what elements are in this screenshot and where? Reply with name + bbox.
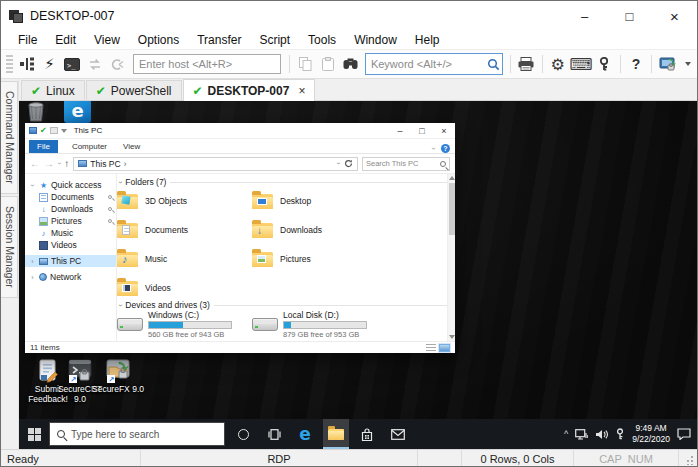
session-manager-icon[interactable] (17, 53, 38, 75)
folder-music[interactable]: ♪ Music (117, 247, 249, 274)
nav-music[interactable]: ♪ Music (25, 227, 116, 239)
hidden-icons-chevron-icon[interactable]: ^ (564, 429, 568, 439)
nav-pictures[interactable]: Pictures (25, 215, 116, 227)
session-options-gear-icon[interactable]: ⚙ (547, 53, 568, 75)
folder-videos[interactable]: Videos (117, 276, 249, 303)
copy-icon[interactable] (295, 53, 316, 75)
scroll-up-icon[interactable] (449, 176, 455, 180)
nav-videos[interactable]: Videos (25, 239, 116, 251)
cortana-button[interactable] (230, 419, 256, 449)
ribbon-tab-computer[interactable]: Computer (64, 140, 115, 153)
store-taskbar-button[interactable] (354, 419, 380, 449)
edge-taskbar-button[interactable]: e (292, 419, 318, 449)
breadcrumb[interactable]: This PC › › (73, 157, 358, 171)
ribbon-tab-file[interactable]: File (29, 140, 58, 153)
find-icon[interactable] (340, 53, 361, 75)
taskbar-search-input[interactable] (71, 429, 217, 440)
recent-locations-icon[interactable]: › (56, 162, 63, 164)
disconnect-icon[interactable] (107, 53, 128, 75)
task-view-button[interactable] (261, 419, 287, 449)
start-button[interactable] (19, 419, 49, 449)
expand-icon[interactable]: › (29, 258, 36, 265)
network-icon[interactable] (575, 429, 588, 440)
explorer-search-input[interactable] (366, 159, 440, 168)
nav-downloads[interactable]: ↓ Downloads (25, 203, 116, 215)
properties-icon[interactable]: ✔ (40, 127, 47, 134)
menu-edit[interactable]: Edit (46, 33, 85, 47)
menu-tools[interactable]: Tools (299, 33, 345, 47)
folder-desktop[interactable]: Desktop (252, 189, 384, 216)
scrollbar-thumb[interactable] (449, 183, 455, 235)
toolbar-grip[interactable] (6, 55, 13, 73)
ribbon-collapse-icon[interactable]: › (429, 147, 438, 150)
expand-icon[interactable]: › (29, 274, 36, 281)
menu-script[interactable]: Script (250, 33, 299, 47)
folder-pictures[interactable]: Pictures (252, 247, 384, 274)
tab-powershell[interactable]: ✔ PowerShell (86, 80, 182, 100)
ribbon-tab-view[interactable]: View (115, 140, 148, 153)
details-view-icon[interactable] (426, 344, 436, 352)
drive-d[interactable]: Local Disk (D:) 879 GB free of 953 GB (252, 310, 384, 339)
keymap-keyboard-icon[interactable]: ⌨ (570, 53, 592, 75)
up-icon[interactable]: ↑ (64, 158, 69, 169)
keyword-input[interactable] (371, 58, 487, 70)
edge-desktop-icon[interactable]: e (64, 101, 91, 123)
tab-close-icon[interactable]: × (298, 84, 305, 98)
drive-c[interactable]: Windows (C:) 560 GB free of 943 GB (117, 310, 249, 339)
explorer-help-icon[interactable]: ? (441, 144, 450, 153)
key-icon[interactable] (594, 53, 615, 75)
rdp-desktop[interactable]: e ✔ This PC – □ × (19, 101, 697, 449)
drives-section-header[interactable]: › Devices and drives (3) (119, 300, 451, 310)
menu-help[interactable]: Help (406, 33, 449, 47)
menu-file[interactable]: File (9, 33, 46, 47)
folder-downloads[interactable]: ↓ Downloads (252, 218, 384, 245)
file-explorer-taskbar-button[interactable] (323, 419, 349, 449)
refresh-icon[interactable] (344, 159, 353, 168)
help-icon[interactable]: ? (626, 53, 647, 75)
shortcut-securefx[interactable]: ↗ SecureFX 9.0 (91, 357, 145, 395)
back-icon[interactable]: ← (30, 158, 40, 169)
action-center-icon[interactable] (677, 428, 691, 440)
toolbar-overflow-icon[interactable] (685, 62, 691, 66)
collapse-icon[interactable]: › (117, 181, 124, 183)
rdp-session-icon[interactable] (657, 53, 678, 75)
tab-linux[interactable]: ✔ Linux (21, 80, 85, 100)
taskbar-clock[interactable]: 9:49 AM 9/22/2020 (632, 423, 670, 444)
qat-dropdown-icon[interactable] (61, 129, 67, 133)
folder-documents[interactable]: Documents (117, 218, 249, 245)
close-button[interactable]: × (652, 1, 697, 31)
command-manager-tab[interactable]: Command Manager (1, 81, 18, 194)
breadcrumb-item[interactable]: This PC (90, 159, 120, 169)
explorer-close-button[interactable]: × (433, 126, 455, 136)
explorer-scrollbar[interactable] (447, 174, 455, 341)
tab-desktop-007[interactable]: ✔ DESKTOP-007 × (183, 79, 316, 101)
address-dropdown-icon[interactable]: › (334, 162, 341, 164)
folder-3d-objects[interactable]: 3D Objects (117, 189, 249, 216)
resize-grip[interactable] (679, 450, 697, 467)
host-input[interactable] (133, 54, 281, 74)
menu-window[interactable]: Window (345, 33, 406, 47)
session-manager-tab[interactable]: Session Manager (1, 196, 18, 298)
forward-icon[interactable]: → (44, 158, 54, 169)
nav-documents[interactable]: Documents (25, 191, 116, 203)
nav-quick-access[interactable]: › ★ Quick access (25, 179, 116, 191)
maximize-button[interactable]: □ (607, 1, 652, 31)
local-shell-icon[interactable]: >_ (62, 53, 83, 75)
minimize-button[interactable]: – (562, 1, 607, 31)
collapse-icon[interactable]: › (117, 304, 124, 306)
tiles-view-icon[interactable] (439, 344, 450, 352)
menu-options[interactable]: Options (129, 33, 188, 47)
search-icon[interactable] (440, 161, 446, 167)
mail-taskbar-button[interactable] (385, 419, 411, 449)
nav-network[interactable]: › Network (25, 271, 116, 283)
expand-icon[interactable]: › (29, 182, 36, 189)
scroll-down-icon[interactable] (449, 335, 455, 339)
reconnect-icon[interactable] (85, 53, 106, 75)
menu-view[interactable]: View (85, 33, 129, 47)
new-folder-icon[interactable] (50, 127, 58, 134)
menu-transfer[interactable]: Transfer (188, 33, 250, 47)
print-icon[interactable] (516, 53, 537, 75)
folders-section-header[interactable]: › Folders (7) (119, 177, 451, 187)
quick-connect-icon[interactable]: ⚡ (39, 53, 60, 75)
paste-icon[interactable] (318, 53, 339, 75)
